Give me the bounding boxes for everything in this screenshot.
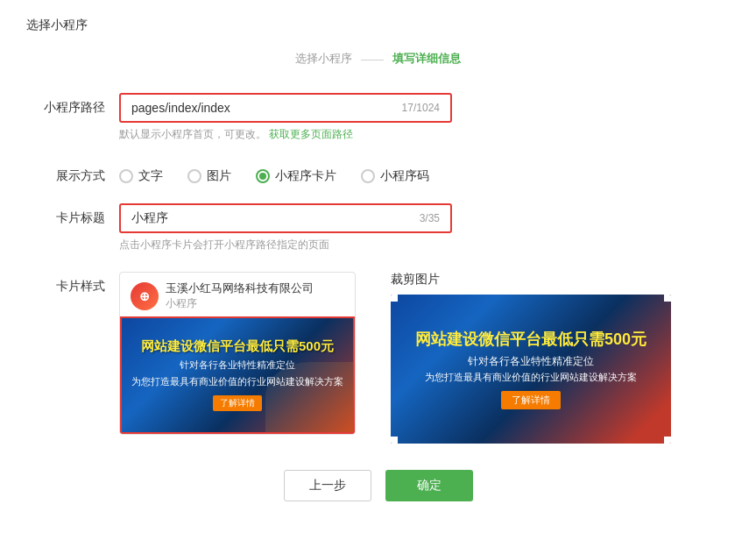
crop-corner-tr [664, 295, 671, 302]
step-divider: —— [361, 53, 384, 66]
radio-circle-text [119, 169, 133, 183]
step2-label: 填写详细信息 [392, 51, 461, 67]
card-preview: ⊕ 玉溪小红马网络科技有限公司 小程序 网站建设微信平台最低只需500元 针对各… [119, 272, 356, 435]
radio-dot-card [259, 173, 266, 180]
radio-qrcode[interactable]: 小程序码 [361, 168, 429, 184]
card-company-info: 玉溪小红马网络科技有限公司 小程序 [166, 281, 314, 311]
steps-bar: 选择小程序 —— 填写详细信息 [26, 51, 730, 67]
crop-ad-text3: 为您打造最具有商业价值的行业网站建设解决方案 [425, 371, 637, 384]
crop-label: 裁剪图片 [391, 272, 730, 288]
display-label: 展示方式 [26, 161, 105, 184]
path-label: 小程序路径 [26, 93, 105, 116]
card-style-content: ⊕ 玉溪小红马网络科技有限公司 小程序 网站建设微信平台最低只需500元 针对各… [119, 272, 730, 444]
card-ad-text1: 网站建设微信平台最低只需500元 [141, 338, 334, 355]
radio-text[interactable]: 文字 [119, 168, 163, 184]
card-ad-btn: 了解详情 [213, 395, 262, 411]
crop-corner-bl [391, 437, 398, 444]
card-title-section: 卡片标题 3/35 点击小程序卡片会打开小程序路径指定的页面 [26, 203, 730, 252]
radio-circle-qrcode [361, 169, 375, 183]
radio-circle-card [256, 169, 270, 183]
card-image-deco [265, 362, 353, 432]
card-mini-program: 小程序 [166, 296, 314, 311]
card-title-label: 卡片标题 [26, 203, 105, 226]
crop-corner-br [664, 437, 671, 444]
radio-circle-image [187, 169, 201, 183]
path-hint: 默认显示小程序首页，可更改。 获取更多页面路径 [119, 127, 730, 142]
card-ad-text2: 针对各行各业特性精准定位 [180, 359, 295, 372]
page-title: 选择小程序 [26, 18, 730, 33]
card-title-input[interactable] [131, 211, 411, 225]
crop-ad-btn: 了解详情 [501, 391, 561, 409]
card-company-name: 玉溪小红马网络科技有限公司 [166, 281, 314, 296]
card-image: 网站建设微信平台最低只需500元 针对各行各业特性精准定位 为您打造最具有商业价… [122, 318, 353, 432]
path-link[interactable]: 获取更多页面路径 [269, 128, 353, 140]
crop-area: 裁剪图片 网站建设微信平台最低只需500元 针对各行各业特性精准定位 为您打造最… [391, 272, 730, 444]
radio-qrcode-label: 小程序码 [380, 168, 429, 184]
crop-ad-text2: 针对各行各业特性精准定位 [468, 354, 594, 369]
prev-button[interactable]: 上一步 [284, 470, 371, 501]
card-title-content: 3/35 点击小程序卡片会打开小程序路径指定的页面 [119, 203, 730, 252]
path-count: 17/1024 [402, 102, 440, 114]
card-image-wrap: 网站建设微信平台最低只需500元 针对各行各业特性精准定位 为您打造最具有商业价… [120, 316, 355, 434]
display-radio-group: 文字 图片 小程序卡片 小程序码 [119, 161, 730, 184]
card-title-count: 3/35 [420, 212, 440, 224]
path-section: 小程序路径 17/1024 默认显示小程序首页，可更改。 获取更多页面路径 [26, 93, 730, 142]
crop-ad-text1: 网站建设微信平台最低只需500元 [415, 329, 646, 350]
card-ad-text3: 为您打造最具有商业价值的行业网站建设解决方案 [131, 375, 343, 388]
radio-card-label: 小程序卡片 [275, 168, 336, 184]
path-input-box[interactable]: 17/1024 [119, 93, 452, 123]
card-header: ⊕ 玉溪小红马网络科技有限公司 小程序 [120, 273, 355, 316]
card-style-label: 卡片样式 [26, 272, 105, 295]
display-content: 文字 图片 小程序卡片 小程序码 [119, 161, 730, 184]
crop-image: 网站建设微信平台最低只需500元 针对各行各业特性精准定位 为您打造最具有商业价… [391, 295, 671, 444]
path-content: 17/1024 默认显示小程序首页，可更改。 获取更多页面路径 [119, 93, 730, 142]
confirm-button[interactable]: 确定 [385, 470, 473, 501]
radio-image[interactable]: 图片 [187, 168, 231, 184]
card-title-hint: 点击小程序卡片会打开小程序路径指定的页面 [119, 238, 730, 252]
step1-label: 选择小程序 [295, 51, 352, 67]
radio-text-label: 文字 [138, 168, 163, 184]
path-input[interactable] [131, 101, 393, 115]
card-title-input-box[interactable]: 3/35 [119, 203, 452, 233]
radio-card[interactable]: 小程序卡片 [256, 168, 336, 184]
crop-corner-tl [391, 295, 398, 302]
card-style-section: 卡片样式 ⊕ 玉溪小红马网络科技有限公司 小程序 网站建设微信平台最低只需500… [26, 272, 730, 444]
card-preview-area: ⊕ 玉溪小红马网络科技有限公司 小程序 网站建设微信平台最低只需500元 针对各… [119, 272, 730, 444]
footer-buttons: 上一步 确定 [26, 470, 730, 501]
display-section: 展示方式 文字 图片 小程序卡片 [26, 161, 730, 184]
card-logo: ⊕ [131, 282, 159, 310]
radio-image-label: 图片 [207, 168, 231, 184]
